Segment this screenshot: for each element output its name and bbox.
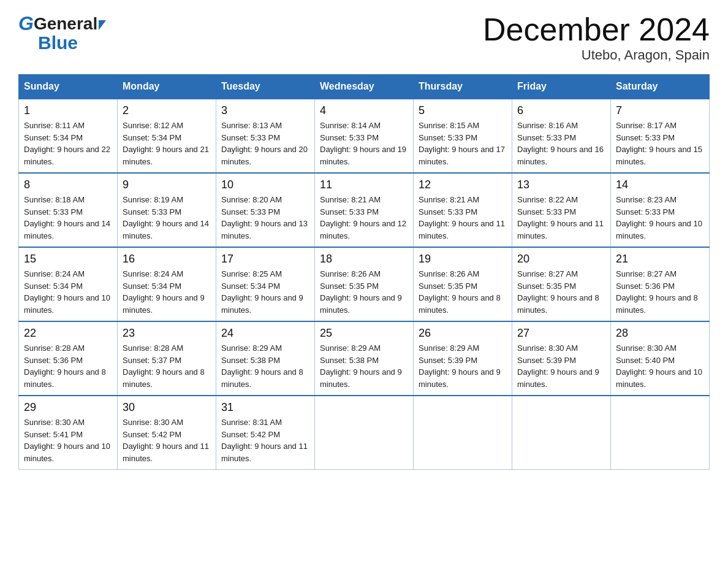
daylight-label: Daylight: 9 hours and 14 minutes.: [24, 219, 110, 240]
sunrise-label: Sunrise: 8:30 AM: [517, 343, 578, 353]
daylight-label: Daylight: 9 hours and 15 minutes.: [616, 145, 702, 166]
sunset-label: Sunset: 5:34 PM: [123, 282, 181, 291]
sunrise-label: Sunrise: 8:18 AM: [24, 195, 85, 204]
sunrise-label: Sunrise: 8:20 AM: [221, 195, 282, 204]
calendar-day-cell: 25 Sunrise: 8:29 AM Sunset: 5:38 PM Dayl…: [315, 321, 414, 396]
sunrise-label: Sunrise: 8:14 AM: [320, 121, 381, 130]
sunrise-label: Sunrise: 8:29 AM: [221, 343, 282, 353]
daylight-label: Daylight: 9 hours and 12 minutes.: [320, 219, 406, 240]
sunrise-label: Sunrise: 8:23 AM: [616, 195, 677, 204]
daylight-label: Daylight: 9 hours and 10 minutes.: [616, 367, 702, 389]
sunset-label: Sunset: 5:34 PM: [221, 282, 280, 291]
sunset-label: Sunset: 5:34 PM: [24, 282, 83, 291]
day-info: Sunrise: 8:21 AM Sunset: 5:33 PM Dayligh…: [419, 194, 507, 242]
calendar-day-cell: 26 Sunrise: 8:29 AM Sunset: 5:39 PM Dayl…: [414, 321, 512, 396]
day-number: 29: [24, 401, 112, 414]
calendar-day-cell: 8 Sunrise: 8:18 AM Sunset: 5:33 PM Dayli…: [19, 173, 118, 247]
sunrise-label: Sunrise: 8:24 AM: [24, 269, 85, 278]
calendar-day-cell: 4 Sunrise: 8:14 AM Sunset: 5:33 PM Dayli…: [315, 99, 414, 173]
day-number: 8: [24, 178, 112, 191]
sunset-label: Sunset: 5:42 PM: [123, 430, 181, 439]
sunrise-label: Sunrise: 8:30 AM: [123, 418, 183, 427]
calendar-day-cell: 6 Sunrise: 8:16 AM Sunset: 5:33 PM Dayli…: [512, 99, 611, 173]
daylight-label: Daylight: 9 hours and 9 minutes.: [419, 367, 501, 389]
sunset-label: Sunset: 5:33 PM: [517, 207, 576, 216]
sunrise-label: Sunrise: 8:13 AM: [221, 121, 282, 130]
daylight-label: Daylight: 9 hours and 21 minutes.: [123, 145, 209, 166]
day-info: Sunrise: 8:25 AM Sunset: 5:34 PM Dayligh…: [221, 268, 309, 316]
calendar-day-cell: 14 Sunrise: 8:23 AM Sunset: 5:33 PM Dayl…: [611, 173, 710, 247]
day-number: 4: [320, 104, 408, 117]
sunrise-label: Sunrise: 8:28 AM: [24, 343, 85, 353]
day-info: Sunrise: 8:29 AM Sunset: 5:38 PM Dayligh…: [221, 342, 309, 390]
calendar-day-cell: 16 Sunrise: 8:24 AM Sunset: 5:34 PM Dayl…: [118, 247, 216, 321]
calendar-day-cell: 28 Sunrise: 8:30 AM Sunset: 5:40 PM Dayl…: [611, 321, 710, 396]
day-of-week-header: Tuesday: [216, 75, 315, 99]
day-info: Sunrise: 8:24 AM Sunset: 5:34 PM Dayligh…: [24, 268, 112, 316]
calendar-week-row: 29 Sunrise: 8:30 AM Sunset: 5:41 PM Dayl…: [19, 396, 710, 470]
daylight-label: Daylight: 9 hours and 19 minutes.: [320, 145, 406, 166]
sunrise-label: Sunrise: 8:29 AM: [419, 343, 479, 353]
day-number: 21: [616, 253, 704, 266]
sunrise-label: Sunrise: 8:16 AM: [517, 121, 578, 130]
day-number: 13: [517, 178, 605, 191]
sunset-label: Sunset: 5:33 PM: [24, 207, 83, 216]
day-info: Sunrise: 8:16 AM Sunset: 5:33 PM Dayligh…: [517, 120, 605, 167]
sunrise-label: Sunrise: 8:25 AM: [221, 269, 282, 278]
sunrise-label: Sunrise: 8:17 AM: [616, 121, 677, 130]
logo-general-text: General: [34, 14, 97, 34]
sunrise-label: Sunrise: 8:31 AM: [221, 418, 282, 427]
day-of-week-header: Thursday: [414, 75, 512, 99]
day-number: 9: [123, 178, 211, 191]
calendar-day-cell: 9 Sunrise: 8:19 AM Sunset: 5:33 PM Dayli…: [118, 173, 216, 247]
day-info: Sunrise: 8:11 AM Sunset: 5:34 PM Dayligh…: [24, 120, 112, 167]
day-number: 16: [123, 253, 211, 266]
day-info: Sunrise: 8:26 AM Sunset: 5:35 PM Dayligh…: [419, 268, 507, 316]
day-info: Sunrise: 8:30 AM Sunset: 5:39 PM Dayligh…: [517, 342, 605, 390]
calendar-title: December 2024: [483, 12, 710, 47]
sunset-label: Sunset: 5:35 PM: [517, 282, 576, 291]
calendar-day-cell: 27 Sunrise: 8:30 AM Sunset: 5:39 PM Dayl…: [512, 321, 611, 396]
day-info: Sunrise: 8:20 AM Sunset: 5:33 PM Dayligh…: [221, 194, 309, 242]
daylight-label: Daylight: 9 hours and 9 minutes.: [221, 293, 303, 315]
sunrise-label: Sunrise: 8:30 AM: [616, 343, 677, 353]
calendar-day-cell: 12 Sunrise: 8:21 AM Sunset: 5:33 PM Dayl…: [414, 173, 512, 247]
sunrise-label: Sunrise: 8:29 AM: [320, 343, 381, 353]
calendar-day-cell: 1 Sunrise: 8:11 AM Sunset: 5:34 PM Dayli…: [19, 99, 118, 173]
daylight-label: Daylight: 9 hours and 22 minutes.: [24, 145, 110, 166]
calendar-day-cell: 5 Sunrise: 8:15 AM Sunset: 5:33 PM Dayli…: [414, 99, 512, 173]
sunrise-label: Sunrise: 8:21 AM: [320, 195, 381, 204]
day-info: Sunrise: 8:21 AM Sunset: 5:33 PM Dayligh…: [320, 194, 408, 242]
day-of-week-header: Wednesday: [315, 75, 414, 99]
calendar-day-cell: 21 Sunrise: 8:27 AM Sunset: 5:36 PM Dayl…: [611, 247, 710, 321]
calendar-day-cell: 19 Sunrise: 8:26 AM Sunset: 5:35 PM Dayl…: [414, 247, 512, 321]
day-number: 18: [320, 253, 408, 266]
calendar-day-cell: 11 Sunrise: 8:21 AM Sunset: 5:33 PM Dayl…: [315, 173, 414, 247]
sunset-label: Sunset: 5:33 PM: [123, 207, 181, 216]
day-info: Sunrise: 8:14 AM Sunset: 5:33 PM Dayligh…: [320, 120, 408, 167]
day-number: 23: [123, 327, 211, 340]
daylight-label: Daylight: 9 hours and 9 minutes.: [320, 293, 402, 315]
calendar-day-cell: 29 Sunrise: 8:30 AM Sunset: 5:41 PM Dayl…: [19, 396, 118, 470]
day-number: 1: [24, 104, 112, 117]
sunset-label: Sunset: 5:36 PM: [616, 282, 675, 291]
day-info: Sunrise: 8:28 AM Sunset: 5:37 PM Dayligh…: [123, 342, 211, 390]
day-number: 7: [616, 104, 704, 117]
sunset-label: Sunset: 5:33 PM: [419, 133, 477, 142]
daylight-label: Daylight: 9 hours and 10 minutes.: [24, 442, 110, 463]
sunrise-label: Sunrise: 8:24 AM: [123, 269, 183, 278]
logo-g-letter: G: [18, 12, 34, 35]
sunrise-label: Sunrise: 8:21 AM: [419, 195, 479, 204]
page-header: G General Blue December 2024 Utebo, Arag…: [18, 12, 710, 63]
day-info: Sunrise: 8:17 AM Sunset: 5:33 PM Dayligh…: [616, 120, 704, 167]
calendar-day-cell: 17 Sunrise: 8:25 AM Sunset: 5:34 PM Dayl…: [216, 247, 315, 321]
daylight-label: Daylight: 9 hours and 13 minutes.: [221, 219, 308, 240]
calendar-day-cell: 31 Sunrise: 8:31 AM Sunset: 5:42 PM Dayl…: [216, 396, 315, 470]
sunset-label: Sunset: 5:35 PM: [419, 282, 477, 291]
sunset-label: Sunset: 5:34 PM: [123, 133, 181, 142]
sunset-label: Sunset: 5:33 PM: [320, 207, 379, 216]
day-number: 17: [221, 253, 309, 266]
day-number: 25: [320, 327, 408, 340]
daylight-label: Daylight: 9 hours and 14 minutes.: [123, 219, 209, 240]
daylight-label: Daylight: 9 hours and 16 minutes.: [517, 145, 604, 166]
